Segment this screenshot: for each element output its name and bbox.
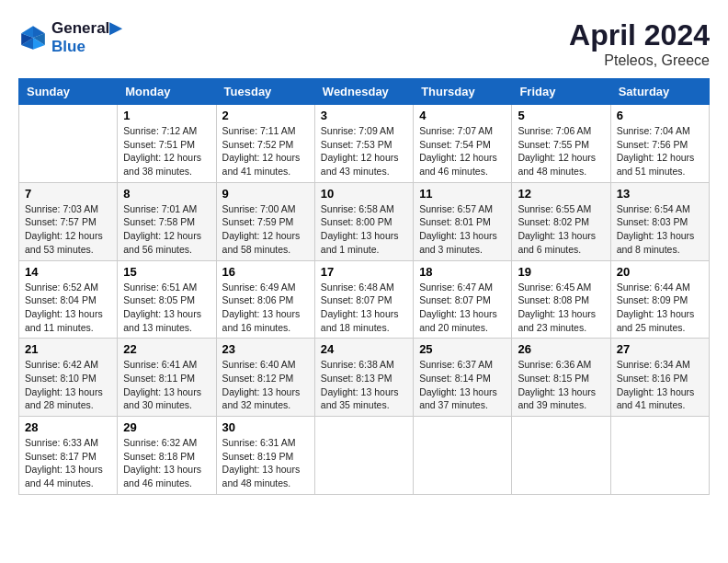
day-number: 19 [518, 265, 604, 279]
day-info: Sunrise: 6:32 AMSunset: 8:18 PMDaylight:… [123, 436, 210, 490]
calendar-cell: 16Sunrise: 6:49 AMSunset: 8:06 PMDayligh… [216, 260, 314, 339]
day-info: Sunrise: 7:04 AMSunset: 7:56 PMDaylight:… [617, 124, 703, 178]
calendar-cell: 10Sunrise: 6:58 AMSunset: 8:00 PMDayligh… [314, 182, 413, 260]
day-number: 27 [617, 342, 703, 356]
day-info: Sunrise: 6:52 AMSunset: 8:04 PMDaylight:… [25, 281, 111, 335]
day-number: 17 [321, 265, 407, 279]
day-number: 1 [123, 109, 210, 122]
day-info: Sunrise: 6:57 AMSunset: 8:01 PMDaylight:… [419, 202, 506, 257]
day-number: 16 [222, 265, 309, 279]
day-number: 25 [419, 342, 506, 356]
day-info: Sunrise: 6:55 AMSunset: 8:02 PMDaylight:… [518, 202, 604, 257]
calendar-cell: 27Sunrise: 6:34 AMSunset: 8:16 PMDayligh… [610, 339, 709, 417]
calendar-week-1: 1Sunrise: 7:12 AMSunset: 7:51 PMDaylight… [19, 105, 710, 183]
day-number: 5 [518, 109, 604, 122]
day-number: 9 [222, 187, 309, 201]
day-info: Sunrise: 6:33 AMSunset: 8:17 PMDaylight:… [25, 436, 111, 490]
calendar-cell: 19Sunrise: 6:45 AMSunset: 8:08 PMDayligh… [512, 260, 610, 339]
calendar-week-2: 7Sunrise: 7:03 AMSunset: 7:57 PMDaylight… [19, 182, 710, 260]
calendar-cell: 7Sunrise: 7:03 AMSunset: 7:57 PMDaylight… [19, 182, 118, 260]
calendar-cell: 18Sunrise: 6:47 AMSunset: 8:07 PMDayligh… [414, 260, 512, 339]
day-number: 13 [617, 187, 703, 201]
day-info: Sunrise: 6:48 AMSunset: 8:07 PMDaylight:… [321, 281, 407, 335]
calendar-week-4: 21Sunrise: 6:42 AMSunset: 8:10 PMDayligh… [19, 339, 710, 417]
calendar-cell: 4Sunrise: 7:07 AMSunset: 7:54 PMDaylight… [414, 105, 512, 183]
col-header-wednesday: Wednesday [314, 79, 413, 105]
calendar-cell: 29Sunrise: 6:32 AMSunset: 8:18 PMDayligh… [118, 417, 216, 495]
calendar-cell: 28Sunrise: 6:33 AMSunset: 8:17 PMDayligh… [19, 417, 118, 495]
day-info: Sunrise: 7:12 AMSunset: 7:51 PMDaylight:… [123, 124, 210, 178]
day-number: 18 [419, 265, 506, 279]
calendar-cell: 15Sunrise: 6:51 AMSunset: 8:05 PMDayligh… [118, 260, 216, 339]
col-header-monday: Monday [118, 79, 216, 105]
calendar-title: April 2024 [569, 18, 710, 52]
day-number: 24 [321, 342, 407, 356]
calendar-week-5: 28Sunrise: 6:33 AMSunset: 8:17 PMDayligh… [19, 417, 710, 495]
calendar-cell: 8Sunrise: 7:01 AMSunset: 7:58 PMDaylight… [118, 182, 216, 260]
calendar-cell: 12Sunrise: 6:55 AMSunset: 8:02 PMDayligh… [512, 182, 610, 260]
calendar-cell: 13Sunrise: 6:54 AMSunset: 8:03 PMDayligh… [610, 182, 709, 260]
logo-icon [18, 23, 48, 52]
day-number: 7 [25, 187, 111, 201]
day-info: Sunrise: 6:37 AMSunset: 8:14 PMDaylight:… [419, 358, 506, 412]
day-number: 22 [123, 342, 210, 356]
day-info: Sunrise: 7:11 AMSunset: 7:52 PMDaylight:… [222, 124, 309, 178]
day-number: 12 [518, 187, 604, 201]
day-number: 15 [123, 265, 210, 279]
calendar-cell: 20Sunrise: 6:44 AMSunset: 8:09 PMDayligh… [610, 260, 709, 339]
calendar-cell: 24Sunrise: 6:38 AMSunset: 8:13 PMDayligh… [314, 339, 413, 417]
calendar-cell [512, 417, 610, 495]
day-number: 20 [617, 265, 703, 279]
title-block: April 2024 Pteleos, Greece [569, 18, 710, 69]
day-info: Sunrise: 7:07 AMSunset: 7:54 PMDaylight:… [419, 124, 506, 178]
logo-text: General▶ Blue [51, 18, 121, 56]
calendar-cell: 2Sunrise: 7:11 AMSunset: 7:52 PMDaylight… [216, 105, 314, 183]
day-number: 11 [419, 187, 506, 201]
day-info: Sunrise: 6:45 AMSunset: 8:08 PMDaylight:… [518, 281, 604, 335]
calendar-subtitle: Pteleos, Greece [569, 52, 710, 69]
col-header-friday: Friday [512, 79, 610, 105]
day-number: 4 [419, 109, 506, 122]
day-info: Sunrise: 6:42 AMSunset: 8:10 PMDaylight:… [25, 358, 111, 412]
calendar-cell: 6Sunrise: 7:04 AMSunset: 7:56 PMDaylight… [610, 105, 709, 183]
day-number: 2 [222, 109, 309, 122]
day-info: Sunrise: 6:40 AMSunset: 8:12 PMDaylight:… [222, 358, 309, 412]
calendar-cell: 30Sunrise: 6:31 AMSunset: 8:19 PMDayligh… [216, 417, 314, 495]
day-info: Sunrise: 6:38 AMSunset: 8:13 PMDaylight:… [321, 358, 407, 412]
calendar-cell: 17Sunrise: 6:48 AMSunset: 8:07 PMDayligh… [314, 260, 413, 339]
day-info: Sunrise: 6:36 AMSunset: 8:15 PMDaylight:… [518, 358, 604, 412]
day-number: 21 [25, 342, 111, 356]
day-number: 26 [518, 342, 604, 356]
page-header: General▶ Blue April 2024 Pteleos, Greece [18, 18, 710, 69]
col-header-saturday: Saturday [610, 79, 709, 105]
day-number: 3 [321, 109, 407, 122]
calendar-cell: 3Sunrise: 7:09 AMSunset: 7:53 PMDaylight… [314, 105, 413, 183]
day-info: Sunrise: 6:49 AMSunset: 8:06 PMDaylight:… [222, 281, 309, 335]
day-info: Sunrise: 6:51 AMSunset: 8:05 PMDaylight:… [123, 281, 210, 335]
calendar-cell: 26Sunrise: 6:36 AMSunset: 8:15 PMDayligh… [512, 339, 610, 417]
calendar-header-row: SundayMondayTuesdayWednesdayThursdayFrid… [19, 79, 710, 105]
calendar-cell [314, 417, 413, 495]
calendar-cell: 23Sunrise: 6:40 AMSunset: 8:12 PMDayligh… [216, 339, 314, 417]
day-info: Sunrise: 6:34 AMSunset: 8:16 PMDaylight:… [617, 358, 703, 412]
day-info: Sunrise: 7:01 AMSunset: 7:58 PMDaylight:… [123, 202, 210, 257]
day-info: Sunrise: 6:47 AMSunset: 8:07 PMDaylight:… [419, 281, 506, 335]
day-info: Sunrise: 6:31 AMSunset: 8:19 PMDaylight:… [222, 436, 309, 490]
day-number: 29 [123, 420, 210, 434]
day-info: Sunrise: 6:44 AMSunset: 8:09 PMDaylight:… [617, 281, 703, 335]
calendar-cell: 21Sunrise: 6:42 AMSunset: 8:10 PMDayligh… [19, 339, 118, 417]
calendar-cell: 1Sunrise: 7:12 AMSunset: 7:51 PMDaylight… [118, 105, 216, 183]
calendar-cell [19, 105, 118, 183]
day-info: Sunrise: 6:58 AMSunset: 8:00 PMDaylight:… [321, 202, 407, 257]
col-header-tuesday: Tuesday [216, 79, 314, 105]
calendar-cell [610, 417, 709, 495]
col-header-thursday: Thursday [414, 79, 512, 105]
day-info: Sunrise: 7:00 AMSunset: 7:59 PMDaylight:… [222, 202, 309, 257]
day-number: 23 [222, 342, 309, 356]
day-number: 28 [25, 420, 111, 434]
day-number: 14 [25, 265, 111, 279]
day-info: Sunrise: 7:06 AMSunset: 7:55 PMDaylight:… [518, 124, 604, 178]
calendar-week-3: 14Sunrise: 6:52 AMSunset: 8:04 PMDayligh… [19, 260, 710, 339]
day-info: Sunrise: 7:03 AMSunset: 7:57 PMDaylight:… [25, 202, 111, 257]
calendar-cell: 14Sunrise: 6:52 AMSunset: 8:04 PMDayligh… [19, 260, 118, 339]
